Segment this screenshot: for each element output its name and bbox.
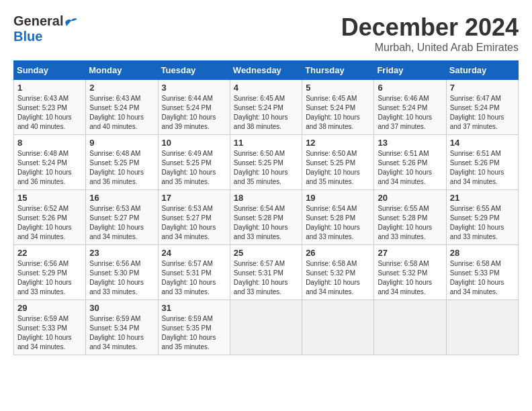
calendar-cell: 19Sunrise: 6:54 AMSunset: 5:28 PMDayligh… xyxy=(302,190,374,245)
calendar-cell xyxy=(302,300,374,355)
day-info: Sunrise: 6:48 AMSunset: 5:25 PMDaylight:… xyxy=(89,150,144,185)
day-info: Sunrise: 6:52 AMSunset: 5:26 PMDaylight:… xyxy=(17,205,72,240)
calendar-cell: 4Sunrise: 6:45 AMSunset: 5:24 PMDaylight… xyxy=(230,80,302,135)
day-number: 9 xyxy=(89,138,154,148)
calendar-cell xyxy=(230,300,302,355)
day-info: Sunrise: 6:53 AMSunset: 5:27 PMDaylight:… xyxy=(162,205,216,240)
bird-icon xyxy=(64,17,79,28)
calendar-cell: 12Sunrise: 6:50 AMSunset: 5:25 PMDayligh… xyxy=(302,135,374,190)
header-saturday: Saturday xyxy=(446,61,518,80)
calendar-cell: 22Sunrise: 6:56 AMSunset: 5:29 PMDayligh… xyxy=(14,245,86,300)
day-info: Sunrise: 6:55 AMSunset: 5:28 PMDaylight:… xyxy=(378,205,432,240)
day-info: Sunrise: 6:54 AMSunset: 5:28 PMDaylight:… xyxy=(234,205,288,240)
month-title: December 2024 xyxy=(341,13,519,42)
calendar-cell: 16Sunrise: 6:53 AMSunset: 5:27 PMDayligh… xyxy=(86,190,158,245)
day-number: 12 xyxy=(306,138,370,148)
calendar-cell: 15Sunrise: 6:52 AMSunset: 5:26 PMDayligh… xyxy=(14,190,86,245)
calendar-cell: 10Sunrise: 6:49 AMSunset: 5:25 PMDayligh… xyxy=(158,135,230,190)
calendar-cell: 30Sunrise: 6:59 AMSunset: 5:34 PMDayligh… xyxy=(86,300,158,355)
day-info: Sunrise: 6:59 AMSunset: 5:33 PMDaylight:… xyxy=(17,315,72,351)
page-header: General Blue December 2024 Murbah, Unite… xyxy=(13,13,519,54)
calendar-week-row: 29Sunrise: 6:59 AMSunset: 5:33 PMDayligh… xyxy=(14,300,519,355)
day-info: Sunrise: 6:45 AMSunset: 5:24 PMDaylight:… xyxy=(306,95,360,130)
calendar-cell: 31Sunrise: 6:59 AMSunset: 5:35 PMDayligh… xyxy=(158,300,230,355)
day-info: Sunrise: 6:49 AMSunset: 5:25 PMDaylight:… xyxy=(162,150,216,185)
day-number: 8 xyxy=(17,138,82,148)
day-number: 3 xyxy=(162,83,226,93)
calendar-table: Sunday Monday Tuesday Wednesday Thursday… xyxy=(13,60,519,355)
calendar-cell: 13Sunrise: 6:51 AMSunset: 5:26 PMDayligh… xyxy=(374,135,446,190)
day-number: 20 xyxy=(378,193,442,203)
calendar-cell: 17Sunrise: 6:53 AMSunset: 5:27 PMDayligh… xyxy=(158,190,230,245)
day-number: 15 xyxy=(17,193,82,203)
day-info: Sunrise: 6:58 AMSunset: 5:32 PMDaylight:… xyxy=(378,260,432,295)
day-number: 28 xyxy=(450,248,515,258)
day-info: Sunrise: 6:47 AMSunset: 5:24 PMDaylight:… xyxy=(450,95,504,130)
day-info: Sunrise: 6:59 AMSunset: 5:35 PMDaylight:… xyxy=(162,315,216,351)
calendar-week-row: 15Sunrise: 6:52 AMSunset: 5:26 PMDayligh… xyxy=(14,190,519,245)
day-info: Sunrise: 6:44 AMSunset: 5:24 PMDaylight:… xyxy=(162,95,216,130)
day-info: Sunrise: 6:57 AMSunset: 5:31 PMDaylight:… xyxy=(234,260,288,295)
calendar-cell: 28Sunrise: 6:58 AMSunset: 5:33 PMDayligh… xyxy=(446,245,518,300)
day-number: 25 xyxy=(234,248,298,258)
day-number: 24 xyxy=(162,248,226,258)
day-number: 7 xyxy=(450,83,515,93)
day-info: Sunrise: 6:43 AMSunset: 5:23 PMDaylight:… xyxy=(17,95,72,130)
calendar-cell: 26Sunrise: 6:58 AMSunset: 5:32 PMDayligh… xyxy=(302,245,374,300)
day-number: 2 xyxy=(89,83,154,93)
weekday-header-row: Sunday Monday Tuesday Wednesday Thursday… xyxy=(14,61,519,80)
day-info: Sunrise: 6:54 AMSunset: 5:28 PMDaylight:… xyxy=(306,205,360,240)
day-number: 1 xyxy=(17,83,82,93)
day-number: 27 xyxy=(378,248,442,258)
calendar-cell: 6Sunrise: 6:46 AMSunset: 5:24 PMDaylight… xyxy=(374,80,446,135)
calendar-cell: 3Sunrise: 6:44 AMSunset: 5:24 PMDaylight… xyxy=(158,80,230,135)
header-tuesday: Tuesday xyxy=(158,61,230,80)
calendar-cell: 27Sunrise: 6:58 AMSunset: 5:32 PMDayligh… xyxy=(374,245,446,300)
day-info: Sunrise: 6:50 AMSunset: 5:25 PMDaylight:… xyxy=(306,150,360,185)
day-number: 26 xyxy=(306,248,370,258)
day-number: 23 xyxy=(89,248,154,258)
day-info: Sunrise: 6:58 AMSunset: 5:33 PMDaylight:… xyxy=(450,260,504,295)
header-thursday: Thursday xyxy=(302,61,374,80)
day-info: Sunrise: 6:56 AMSunset: 5:30 PMDaylight:… xyxy=(89,260,144,295)
day-info: Sunrise: 6:45 AMSunset: 5:24 PMDaylight:… xyxy=(234,95,288,130)
title-block: December 2024 Murbah, United Arab Emirat… xyxy=(341,13,519,54)
day-info: Sunrise: 6:56 AMSunset: 5:29 PMDaylight:… xyxy=(17,260,72,295)
day-info: Sunrise: 6:57 AMSunset: 5:31 PMDaylight:… xyxy=(162,260,216,295)
header-monday: Monday xyxy=(86,61,158,80)
day-number: 17 xyxy=(162,193,226,203)
day-number: 31 xyxy=(162,303,226,313)
location-subtitle: Murbah, United Arab Emirates xyxy=(341,42,519,54)
day-info: Sunrise: 6:51 AMSunset: 5:26 PMDaylight:… xyxy=(450,150,504,185)
day-number: 21 xyxy=(450,193,515,203)
calendar-cell: 2Sunrise: 6:43 AMSunset: 5:24 PMDaylight… xyxy=(86,80,158,135)
day-number: 13 xyxy=(378,138,442,148)
day-number: 30 xyxy=(89,303,154,313)
day-number: 6 xyxy=(378,83,442,93)
calendar-week-row: 1Sunrise: 6:43 AMSunset: 5:23 PMDaylight… xyxy=(14,80,519,135)
day-number: 14 xyxy=(450,138,515,148)
day-number: 19 xyxy=(306,193,370,203)
day-number: 22 xyxy=(17,248,82,258)
day-number: 4 xyxy=(234,83,298,93)
day-info: Sunrise: 6:43 AMSunset: 5:24 PMDaylight:… xyxy=(89,95,144,130)
day-info: Sunrise: 6:55 AMSunset: 5:29 PMDaylight:… xyxy=(450,205,504,240)
calendar-cell: 5Sunrise: 6:45 AMSunset: 5:24 PMDaylight… xyxy=(302,80,374,135)
calendar-cell: 18Sunrise: 6:54 AMSunset: 5:28 PMDayligh… xyxy=(230,190,302,245)
day-number: 18 xyxy=(234,193,298,203)
calendar-week-row: 22Sunrise: 6:56 AMSunset: 5:29 PMDayligh… xyxy=(14,245,519,300)
calendar-cell: 8Sunrise: 6:48 AMSunset: 5:24 PMDaylight… xyxy=(14,135,86,190)
day-info: Sunrise: 6:46 AMSunset: 5:24 PMDaylight:… xyxy=(378,95,432,130)
day-number: 16 xyxy=(89,193,154,203)
day-info: Sunrise: 6:50 AMSunset: 5:25 PMDaylight:… xyxy=(234,150,288,185)
day-info: Sunrise: 6:58 AMSunset: 5:32 PMDaylight:… xyxy=(306,260,360,295)
day-number: 11 xyxy=(234,138,298,148)
day-number: 5 xyxy=(306,83,370,93)
day-info: Sunrise: 6:48 AMSunset: 5:24 PMDaylight:… xyxy=(17,150,72,185)
calendar-cell: 20Sunrise: 6:55 AMSunset: 5:28 PMDayligh… xyxy=(374,190,446,245)
day-info: Sunrise: 6:59 AMSunset: 5:34 PMDaylight:… xyxy=(89,315,144,351)
header-friday: Friday xyxy=(374,61,446,80)
day-number: 10 xyxy=(162,138,226,148)
logo-text: General Blue xyxy=(13,13,79,44)
calendar-week-row: 8Sunrise: 6:48 AMSunset: 5:24 PMDaylight… xyxy=(14,135,519,190)
